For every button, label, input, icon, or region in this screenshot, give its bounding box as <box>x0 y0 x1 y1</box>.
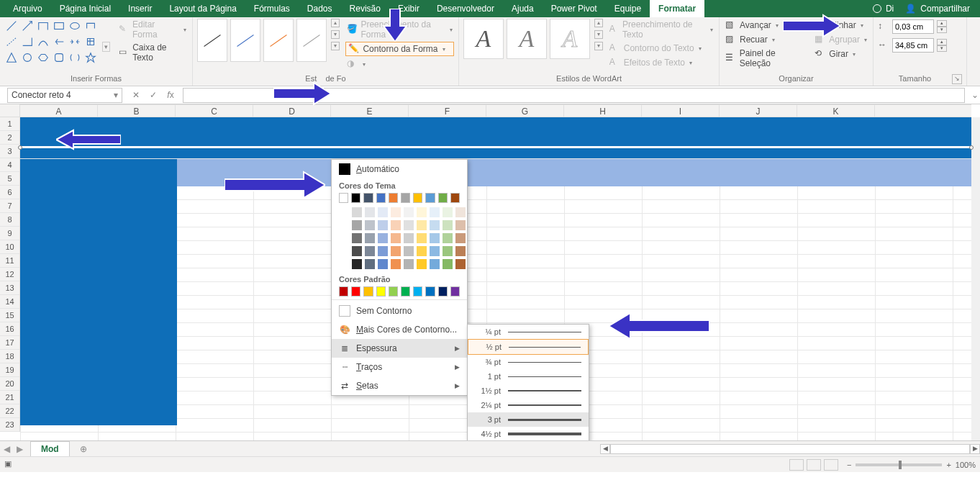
weight-4½pt[interactable]: 4½ pt <box>468 427 589 440</box>
swatch[interactable] <box>404 233 414 243</box>
swatch[interactable] <box>443 220 453 230</box>
swatch[interactable] <box>351 286 360 296</box>
swatch[interactable] <box>450 286 460 296</box>
swatch[interactable] <box>378 207 388 217</box>
swatch[interactable] <box>376 286 386 296</box>
no-outline[interactable]: Sem Contorno <box>332 302 467 320</box>
weight-1½pt[interactable]: 1½ pt <box>468 384 589 398</box>
column-headers[interactable]: ABCDEFGHIJK <box>20 104 971 117</box>
swatch[interactable] <box>351 193 360 203</box>
tab-desenvolvedor[interactable]: Desenvolvedor <box>428 0 503 17</box>
sheet-nav-prev[interactable]: ◀ <box>0 444 13 454</box>
rowhead-21[interactable]: 21 <box>0 391 19 404</box>
swatch[interactable] <box>443 246 453 256</box>
confirm-entry[interactable]: ✓ <box>147 90 160 100</box>
swatch[interactable] <box>417 207 427 217</box>
weight-¼pt[interactable]: ¼ pt <box>468 325 589 339</box>
cancel-entry[interactable]: ✕ <box>130 90 142 100</box>
outline-auto[interactable]: AAutomáticoutomático <box>332 160 467 178</box>
shape-blue-sidebar[interactable] <box>20 159 177 425</box>
swatch[interactable] <box>378 259 388 269</box>
weight-½pt[interactable]: ½ pt <box>468 339 589 355</box>
more-outline-colors[interactable]: 🎨 Mais Cores de Contorno... <box>332 320 467 339</box>
tab-pagina-inicial[interactable]: Página Inicial <box>51 0 119 17</box>
rowhead-4[interactable]: 4 <box>0 158 19 172</box>
swatch[interactable] <box>401 286 410 296</box>
swatch[interactable] <box>401 193 410 203</box>
weight-3pt[interactable]: 3 pt <box>468 412 589 427</box>
swatch[interactable] <box>413 193 422 203</box>
gallery-more-styles[interactable]: ▾ <box>331 42 340 50</box>
theme-maincolors[interactable] <box>332 191 467 204</box>
rowhead-12[interactable]: 12 <box>0 268 19 281</box>
shapes-gallery[interactable] <box>4 19 98 65</box>
gallery-down[interactable]: ▾ <box>331 30 340 39</box>
colhead-H[interactable]: H <box>564 105 642 117</box>
swatch[interactable] <box>365 220 375 230</box>
handle-left[interactable] <box>18 145 22 150</box>
colhead-J[interactable]: J <box>720 105 797 117</box>
rowhead-1[interactable]: 1 <box>0 117 19 131</box>
colhead-F[interactable]: F <box>409 105 486 117</box>
outline-dashes[interactable]: ┄ Traços ▶ <box>332 358 467 376</box>
rowhead-7[interactable]: 7 <box>0 199 19 213</box>
add-sheet[interactable]: ⊕ <box>76 444 91 454</box>
swatch[interactable] <box>363 193 373 203</box>
sheet-nav-next[interactable]: ▶ <box>13 444 26 454</box>
swatch[interactable] <box>438 286 448 296</box>
swatch[interactable] <box>363 286 373 296</box>
width-up[interactable]: ▴ <box>937 39 947 45</box>
rowhead-22[interactable]: 22 <box>0 404 19 418</box>
selection-pane[interactable]: ☰Painel de Seleção <box>724 47 809 69</box>
rowhead-13[interactable]: 13 <box>0 281 19 295</box>
rowhead-8[interactable]: 8 <box>0 213 19 227</box>
rowhead-20[interactable]: 20 <box>0 377 19 391</box>
tab-formulas[interactable]: Fórmulas <box>245 0 299 17</box>
swatch[interactable] <box>425 286 435 296</box>
swatch[interactable] <box>339 193 348 203</box>
shape-height[interactable] <box>892 19 934 34</box>
weight-2¼pt[interactable]: 2¼ pt <box>468 398 589 412</box>
swatch[interactable] <box>378 220 388 230</box>
rowhead-19[interactable]: 19 <box>0 363 19 377</box>
gallery-more[interactable]: ▾ <box>102 42 110 52</box>
text-box[interactable]: ▭Caixa de Texto <box>117 42 188 63</box>
insert-function[interactable]: fx <box>164 90 177 100</box>
colhead-G[interactable]: G <box>486 105 564 117</box>
swatch[interactable] <box>404 246 414 256</box>
shape-style-gallery[interactable] <box>197 19 327 62</box>
width-down[interactable]: ▾ <box>937 45 947 52</box>
zoom-out[interactable]: − <box>847 461 851 469</box>
wa-more[interactable]: ▾ <box>594 42 603 50</box>
swatch[interactable] <box>378 246 388 256</box>
view-page-break[interactable] <box>824 459 838 471</box>
swatch[interactable] <box>430 259 440 269</box>
swatch[interactable] <box>404 220 414 230</box>
colhead-B[interactable]: B <box>98 105 176 117</box>
swatch[interactable] <box>430 220 440 230</box>
swatch[interactable] <box>339 286 348 296</box>
swatch[interactable] <box>339 259 349 269</box>
tab-dados[interactable]: Dados <box>299 0 341 17</box>
outline-weight[interactable]: ≣ Espessura ▶ <box>332 339 467 358</box>
swatch[interactable] <box>455 246 466 256</box>
swatch[interactable] <box>339 233 349 243</box>
formula-expand[interactable]: ⌄ <box>969 90 980 100</box>
weight-1pt[interactable]: 1 pt <box>468 369 589 384</box>
rowhead-3[interactable]: 3 <box>0 145 19 158</box>
rowhead-18[interactable]: 18 <box>0 350 19 363</box>
zoom-in[interactable]: + <box>946 461 950 469</box>
sheet-tab-mod[interactable]: Mod <box>30 441 70 456</box>
swatch[interactable] <box>443 233 453 243</box>
rotate[interactable]: ⟲Girar <box>813 47 868 60</box>
outline-arrows[interactable]: ⇄ Setas ▶ <box>332 376 467 395</box>
rowhead-2[interactable]: 2 <box>0 131 19 145</box>
hscroll-right[interactable]: ▶ <box>970 444 980 454</box>
swatch[interactable] <box>365 259 375 269</box>
zoom-value[interactable]: 100% <box>956 461 976 469</box>
macro-record-icon[interactable]: ▣ <box>4 459 16 471</box>
view-normal[interactable] <box>789 459 804 471</box>
swatch[interactable] <box>352 207 362 217</box>
swatch[interactable] <box>365 246 375 256</box>
rowhead-23[interactable]: 23 <box>0 418 19 432</box>
